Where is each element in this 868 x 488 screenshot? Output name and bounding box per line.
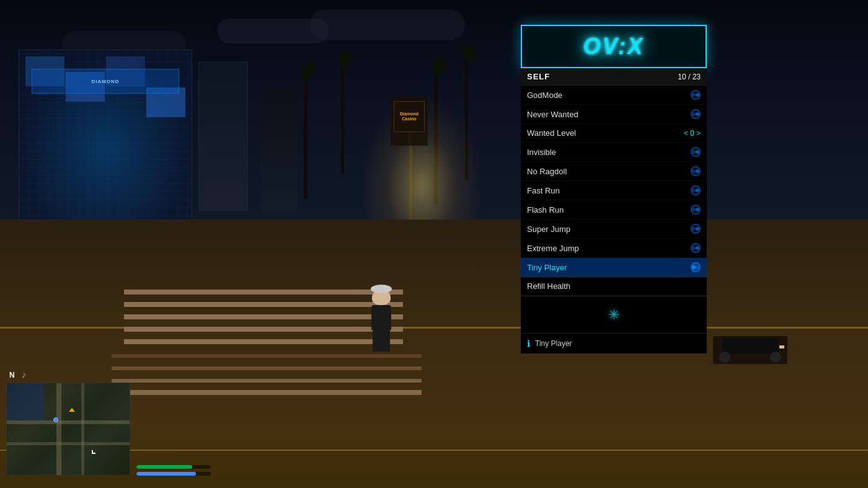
item-label-never-wanted: Never Wanted — [527, 110, 578, 119]
menu-item-extreme-jump[interactable]: Extreme Jump — [521, 239, 707, 258]
menu-item-godmode[interactable]: GodMode — [521, 86, 707, 105]
item-label-tiny-player: Tiny Player — [527, 263, 567, 272]
toggle-tiny-player — [691, 262, 701, 272]
menu-items-list: GodMode Never Wanted Wanted Level < 0 > … — [521, 86, 707, 296]
bridge-ledge — [112, 366, 422, 370]
health-bar-fill — [136, 465, 192, 469]
hud-bars — [136, 465, 211, 476]
bridge-railings — [124, 290, 403, 364]
section-title: SELF — [527, 72, 550, 81]
item-label-no-ragdoll: No Ragdoll — [527, 167, 567, 176]
palm-leaves — [432, 56, 446, 76]
music-icon: ♪ — [22, 370, 26, 379]
description-icon: ℹ — [527, 339, 530, 348]
toggle-never-wanted — [691, 109, 701, 119]
building — [260, 87, 298, 211]
menu-description: ℹ Tiny Player — [521, 333, 707, 353]
item-label-flash-run: Flash Run — [527, 205, 564, 215]
player-character — [366, 290, 397, 352]
building — [198, 62, 248, 211]
toggle-super-jump — [691, 224, 701, 234]
toggle-invisible — [691, 147, 701, 157]
toggle-flash-run — [691, 205, 701, 215]
health-bar — [136, 465, 211, 469]
casino-building: DIAMOND — [19, 50, 192, 248]
cloud — [310, 9, 465, 40]
toggle-extreme-jump — [691, 243, 701, 253]
menu-section-header: SELF 10 / 23 — [521, 68, 707, 86]
menu-item-wanted-level[interactable]: Wanted Level < 0 > — [521, 124, 707, 143]
item-label-wanted-level: Wanted Level — [527, 128, 576, 138]
mod-menu-panel: OV:X SELF 10 / 23 GodMode Never Wanted W… — [521, 25, 707, 353]
item-label-super-jump: Super Jump — [527, 224, 570, 234]
section-count: 10 / 23 — [678, 73, 701, 81]
item-label-refill-health: Refill Health — [527, 282, 570, 291]
toggle-godmode — [691, 90, 701, 100]
bridge-ledge — [112, 390, 422, 395]
distant-car — [713, 336, 787, 364]
menu-item-never-wanted[interactable]: Never Wanted — [521, 105, 707, 124]
preview-icon-container: ✳ — [604, 306, 623, 324]
item-label-extreme-jump: Extreme Jump — [527, 244, 579, 253]
item-label-fast-run: Fast Run — [527, 186, 560, 195]
palm-leaves — [339, 51, 350, 68]
description-text: Tiny Player — [535, 339, 572, 348]
menu-preview: ✳ — [521, 296, 707, 333]
menu-item-flash-run[interactable]: Flash Run — [521, 200, 707, 220]
item-label-invisible: Invisible — [527, 148, 556, 157]
preview-icon: ✳ — [608, 307, 619, 323]
mouse-cursor — [92, 450, 95, 454]
minimap — [6, 383, 130, 476]
item-value-wanted-level: < 0 > — [684, 129, 701, 138]
toggle-no-ragdoll — [691, 166, 701, 176]
menu-item-super-jump[interactable]: Super Jump — [521, 220, 707, 239]
palm-trunk — [341, 62, 344, 174]
bridge-ledge — [112, 379, 422, 383]
palm-leaves — [463, 45, 475, 62]
menu-logo: OV:X — [534, 33, 693, 60]
menu-item-refill-health[interactable]: Refill Health — [521, 277, 707, 296]
armor-bar-fill — [136, 472, 196, 476]
menu-header: OV:X — [521, 25, 707, 68]
toggle-fast-run — [691, 185, 701, 195]
item-label-godmode: GodMode — [527, 91, 562, 100]
game-background: DIAMOND DiamondCasino — [0, 0, 868, 488]
sign-pole: DiamondCasino — [391, 96, 428, 146]
compass-direction: N — [9, 371, 15, 379]
menu-item-no-ragdoll[interactable]: No Ragdoll — [521, 162, 707, 181]
menu-item-fast-run[interactable]: Fast Run — [521, 181, 707, 200]
menu-item-invisible[interactable]: Invisible — [521, 143, 707, 162]
armor-bar — [136, 472, 211, 476]
bridge-ledge — [112, 354, 422, 358]
palm-trunk — [304, 74, 308, 198]
menu-item-tiny-player[interactable]: Tiny Player — [521, 258, 707, 277]
